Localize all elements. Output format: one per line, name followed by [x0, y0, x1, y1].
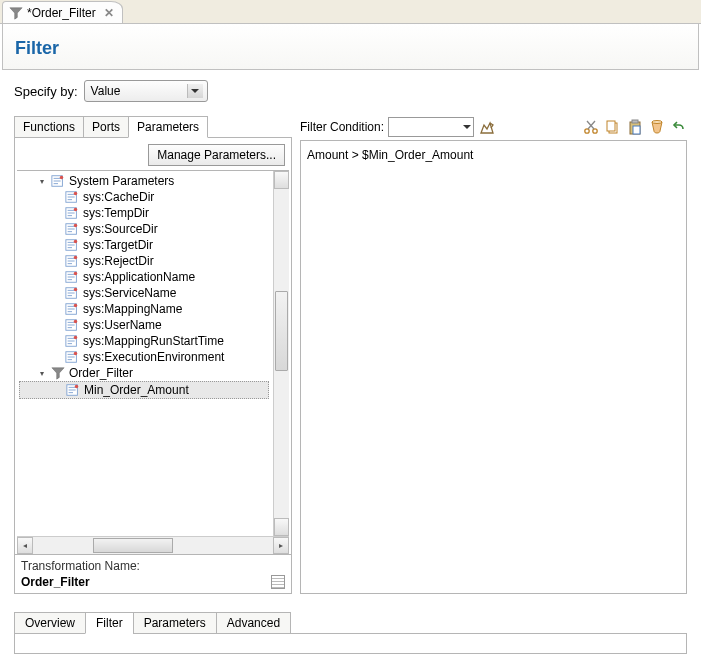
- property-icon: [66, 383, 80, 397]
- svg-point-26: [585, 129, 589, 133]
- page-title: Filter: [15, 38, 686, 59]
- cut-icon[interactable]: [583, 119, 599, 135]
- filter-condition-label: Filter Condition:: [300, 120, 384, 134]
- scrollbar-thumb[interactable]: [275, 291, 288, 371]
- tab-filter[interactable]: Filter: [85, 612, 134, 634]
- filter-condition-dropdown[interactable]: [388, 117, 474, 137]
- tab-functions[interactable]: Functions: [14, 116, 84, 138]
- chevron-down-icon: [187, 84, 203, 98]
- svg-point-7: [74, 224, 78, 228]
- delete-icon[interactable]: [649, 119, 665, 135]
- filter-condition-editor[interactable]: Amount > $Min_Order_Amount: [300, 140, 687, 594]
- tree-label: sys:SourceDir: [83, 222, 158, 236]
- svg-point-33: [652, 121, 662, 124]
- tree-label: sys:UserName: [83, 318, 162, 332]
- tab-ports[interactable]: Ports: [83, 116, 129, 138]
- tree-node-rejectdir[interactable]: sys:RejectDir: [19, 253, 271, 269]
- horizontal-scrollbar[interactable]: [33, 537, 273, 554]
- tree-node-min-order-amount[interactable]: Min_Order_Amount: [19, 381, 269, 399]
- tree-label: sys:MappingName: [83, 302, 182, 316]
- svg-point-11: [74, 256, 78, 260]
- property-icon: [65, 206, 79, 220]
- property-icon: [65, 334, 79, 348]
- copy-icon[interactable]: [605, 119, 621, 135]
- tree-label: sys:TargetDir: [83, 238, 153, 252]
- tree-label: System Parameters: [69, 174, 174, 188]
- specify-by-label: Specify by:: [14, 84, 78, 99]
- tree-node-mappingname[interactable]: sys:MappingName: [19, 301, 271, 317]
- svg-rect-31: [632, 120, 638, 123]
- tree-node-tempdir[interactable]: sys:TempDir: [19, 205, 271, 221]
- tab-advanced[interactable]: Advanced: [216, 612, 291, 634]
- transformation-name-label: Transformation Name:: [21, 559, 285, 573]
- manage-parameters-button[interactable]: Manage Parameters...: [148, 144, 285, 166]
- close-icon[interactable]: ✕: [100, 6, 114, 20]
- tree-label: Min_Order_Amount: [84, 383, 189, 397]
- tree-label: sys:TempDir: [83, 206, 149, 220]
- tree-node-username[interactable]: sys:UserName: [19, 317, 271, 333]
- tree-label: Order_Filter: [69, 366, 133, 380]
- svg-point-27: [593, 129, 597, 133]
- paste-icon[interactable]: [627, 119, 643, 135]
- svg-point-19: [74, 320, 78, 324]
- tree-label: sys:CacheDir: [83, 190, 154, 204]
- tree-label: sys:MappingRunStartTime: [83, 334, 224, 348]
- svg-point-25: [75, 385, 79, 389]
- tree-label: sys:RejectDir: [83, 254, 154, 268]
- svg-point-21: [74, 336, 78, 340]
- tab-parameters[interactable]: Parameters: [128, 116, 208, 138]
- svg-point-13: [74, 272, 78, 276]
- editor-tab-label: *Order_Filter: [27, 6, 96, 20]
- collapse-icon[interactable]: [37, 369, 47, 378]
- property-icon: [65, 350, 79, 364]
- undo-icon[interactable]: [671, 119, 687, 135]
- svg-point-5: [74, 208, 78, 212]
- tab-parameters-bottom[interactable]: Parameters: [133, 612, 217, 634]
- transformation-name-value: Order_Filter: [21, 575, 285, 589]
- property-icon: [65, 238, 79, 252]
- svg-rect-29: [607, 121, 615, 131]
- property-icon: [65, 286, 79, 300]
- property-icon: [65, 302, 79, 316]
- property-icon: [51, 174, 65, 188]
- svg-rect-32: [633, 126, 640, 134]
- parameters-tree[interactable]: System Parameters sys:CacheDir sys:TempD…: [19, 173, 271, 534]
- scroll-right-button[interactable]: ▸: [273, 537, 289, 554]
- specify-by-dropdown[interactable]: Value: [84, 80, 208, 102]
- svg-point-23: [74, 352, 78, 356]
- editor-tab-order-filter[interactable]: *Order_Filter ✕: [2, 1, 123, 23]
- tab-overview[interactable]: Overview: [14, 612, 86, 634]
- property-icon: [65, 318, 79, 332]
- tree-node-order-filter[interactable]: Order_Filter: [19, 365, 271, 381]
- tree-label: sys:ServiceName: [83, 286, 176, 300]
- tree-node-sourcedir[interactable]: sys:SourceDir: [19, 221, 271, 237]
- tree-node-applicationname[interactable]: sys:ApplicationName: [19, 269, 271, 285]
- property-icon: [65, 270, 79, 284]
- property-icon: [65, 254, 79, 268]
- document-icon[interactable]: [271, 575, 285, 589]
- vertical-scrollbar[interactable]: [273, 171, 289, 536]
- scrollbar-thumb[interactable]: [93, 538, 173, 553]
- tree-node-system-parameters[interactable]: System Parameters: [19, 173, 271, 189]
- apply-icon[interactable]: [478, 118, 496, 136]
- tree-label: sys:ExecutionEnvironment: [83, 350, 224, 364]
- tree-node-executionenvironment[interactable]: sys:ExecutionEnvironment: [19, 349, 271, 365]
- scroll-left-button[interactable]: ◂: [17, 537, 33, 554]
- specify-by-value: Value: [91, 84, 121, 98]
- property-icon: [65, 190, 79, 204]
- collapse-icon[interactable]: [37, 177, 47, 186]
- property-icon: [65, 222, 79, 236]
- filter-icon: [51, 366, 65, 380]
- tree-label: sys:ApplicationName: [83, 270, 195, 284]
- svg-point-15: [74, 288, 78, 292]
- tree-node-cachedir[interactable]: sys:CacheDir: [19, 189, 271, 205]
- tree-node-targetdir[interactable]: sys:TargetDir: [19, 237, 271, 253]
- svg-point-1: [60, 176, 64, 180]
- filter-expression: Amount > $Min_Order_Amount: [307, 148, 473, 162]
- tree-node-mappingrunstarttime[interactable]: sys:MappingRunStartTime: [19, 333, 271, 349]
- filter-icon: [9, 6, 23, 20]
- tree-node-servicename[interactable]: sys:ServiceName: [19, 285, 271, 301]
- svg-point-3: [74, 192, 78, 196]
- svg-point-9: [74, 240, 78, 244]
- svg-point-17: [74, 304, 78, 308]
